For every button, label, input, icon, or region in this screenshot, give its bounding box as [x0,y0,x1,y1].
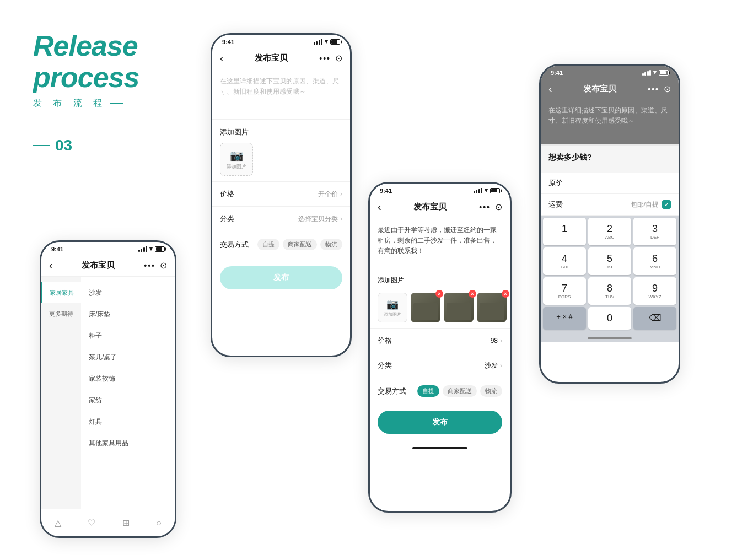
signal-icon-4 [642,70,652,76]
description-area-2[interactable]: 在这里详细描述下宝贝的原因、渠道、尺寸、新旧程度和使用感受哦～ [212,69,350,119]
publish-button-3[interactable]: 发布 [378,411,502,434]
trade-tag-ziti-2[interactable]: 自提 [257,239,279,250]
category-row-3[interactable]: 分类 沙发 › [370,353,510,378]
camera-icon-3: 📷 [386,298,399,310]
price-row-2[interactable]: 价格 开个价 › [212,181,350,206]
back-button-4[interactable]: ‹ [548,83,552,95]
phone-price-keyboard: 9:41 ▾ ‹ 发布宝贝 ••• ⊙ 在这里详细描述下宝贝的原因、渠道、尺寸、… [539,64,680,384]
shipping-checkbox[interactable]: ✓ [662,200,671,209]
key-symbols[interactable]: + × # [543,307,586,330]
trade-label-2: 交易方式 [220,240,249,250]
nav-dots-3[interactable]: ••• [479,203,491,212]
category-left-item-active[interactable]: 家居家具 [41,282,81,303]
backspace-key[interactable]: ⌫ [633,307,676,330]
status-bar-3: 9:41 ▾ [370,184,510,196]
back-button-2[interactable]: ‹ [220,52,224,64]
category-right-item-6[interactable]: 家纺 [81,390,175,411]
bottom-nav-heart[interactable]: ♡ [88,519,95,527]
title-dash [110,103,123,104]
title-subtitle: 发 布 流 程 [33,98,139,109]
publish-button-2[interactable]: 发布 [220,266,342,289]
key-7[interactable]: 7PQRS [543,277,586,305]
delete-photo-1[interactable]: × [435,290,443,298]
camera-icon: ⊞ [122,519,130,527]
add-photo-label-2: 添加图片 [220,127,342,137]
key-9[interactable]: 9WXYZ [633,277,676,305]
delete-photo-3[interactable]: × [502,290,509,298]
description-area-3[interactable]: 最近由于升学等考虑，搬迁至纽约的一家租房，剩余的二手沙发一件，准备出售，有意的联… [370,218,510,271]
category-right-item-7[interactable]: 灯具 [81,411,175,433]
trade-tag-delivery-2[interactable]: 商家配送 [283,239,317,250]
category-left-item-2[interactable]: 更多期待 [41,303,81,324]
sofa-image-3 [477,293,507,322]
bottom-nav-camera[interactable]: ⊞ [122,519,130,527]
category-right-item-3[interactable]: 柜子 [81,325,175,347]
key-2[interactable]: 2ABC [588,218,631,245]
trade-tag-delivery-3[interactable]: 商家配送 [443,385,477,397]
back-button-3[interactable]: ‹ [378,201,381,213]
price-row-original[interactable]: 原价 [541,173,679,194]
grey-textarea-4[interactable]: 在这里详细描述下宝贝的原因、渠道、尺寸、新旧程度和使用感受哦～ [541,100,679,144]
nav-bar-4: ‹ 发布宝贝 ••• ⊙ [541,78,679,100]
nav-dots-2[interactable]: ••• [319,54,331,63]
battery-icon-1 [155,246,165,252]
category-left: 家居家具 更多期待 [41,277,81,531]
category-row-2[interactable]: 分类 选择宝贝分类 › [212,206,350,231]
nav-target-1[interactable]: ⊙ [160,260,167,271]
phone-category: 9:41 ▾ ‹ 发布宝贝 ••• ⊙ 家居家具 更多期待 [40,240,176,538]
add-photo-label-3: 添加图片 [370,271,510,287]
delete-photo-2[interactable]: × [469,290,476,298]
key-0[interactable]: 0 [588,307,631,330]
nav-target-2[interactable]: ⊙ [335,53,342,63]
trade-tag-logistics-3[interactable]: 物流 [480,385,502,397]
battery-icon-3 [490,188,500,193]
category-right-item-2[interactable]: 床/床垫 [81,304,175,325]
add-photo-btn-3[interactable]: 📷 添加图片 [378,293,407,322]
trade-tags-2: 自提 商家配送 物流 [257,239,342,250]
key-8[interactable]: 8TUV [588,277,631,305]
nav-bar-3: ‹ 发布宝贝 ••• ⊙ [370,196,510,218]
step-number: 03 [33,137,139,154]
photo-thumb-2[interactable]: × [444,293,474,322]
status-icons-1: ▾ [138,245,165,252]
trade-tag-logistics-2[interactable]: 物流 [320,239,342,250]
key-4[interactable]: 4GHI [543,247,586,275]
photo-thumb-3[interactable]: × [477,293,507,322]
nav-dots-1[interactable]: ••• [144,261,155,270]
back-button-1[interactable]: ‹ [49,259,53,272]
price-label-shipping: 运费 [548,200,563,209]
category-right-item-8[interactable]: 其他家具用品 [81,433,175,454]
category-container: 家居家具 更多期待 沙发 床/床垫 柜子 茶几/桌子 家装软饰 家纺 灯具 其他… [41,277,175,531]
status-icons-2: ▾ [314,38,341,45]
trade-tag-ziti-3[interactable]: 自提 [417,385,439,397]
nav-dots-4[interactable]: ••• [648,85,659,94]
price-row-shipping[interactable]: 运费 包邮/自提 ✓ [541,194,679,216]
price-row-3[interactable]: 价格 98 › [370,328,510,353]
title-main: Release process [33,30,139,93]
key-5-sub: JKL [588,265,631,270]
price-label-2: 价格 [220,189,234,199]
nav-target-3[interactable]: ⊙ [495,202,502,212]
sofa-image-1 [411,293,440,322]
title-area: Release process 发 布 流 程 03 [33,30,139,154]
add-photo-box-2[interactable]: 📷 添加图片 [220,143,253,176]
category-label-2: 分类 [220,214,234,224]
chevron-category-3: › [500,362,502,369]
key-3[interactable]: 3DEF [633,218,676,245]
key-6[interactable]: 6MNO [633,247,676,275]
photo-thumb-1[interactable]: × [411,293,440,322]
trade-row-3: 交易方式 自提 商家配送 物流 [370,378,510,404]
nav-target-4[interactable]: ⊙ [664,84,671,94]
bottom-nav-user[interactable]: ○ [156,519,162,527]
category-right-item-4[interactable]: 茶几/桌子 [81,347,175,368]
category-value-3: 沙发 › [485,361,502,370]
signal-icon-3 [474,188,483,193]
price-question-4: 想卖多少钱? [548,153,671,163]
category-right-item-5[interactable]: 家装软饰 [81,368,175,390]
key-5[interactable]: 5JKL [588,247,631,275]
nav-bar-2: ‹ 发布宝贝 ••• ⊙ [212,47,350,69]
bottom-nav-home[interactable]: △ [55,519,61,527]
key-1[interactable]: 1 [543,218,586,245]
add-photo-section-2: 添加图片 📷 添加图片 [212,120,350,181]
category-right-item-1[interactable]: 沙发 [81,282,175,304]
